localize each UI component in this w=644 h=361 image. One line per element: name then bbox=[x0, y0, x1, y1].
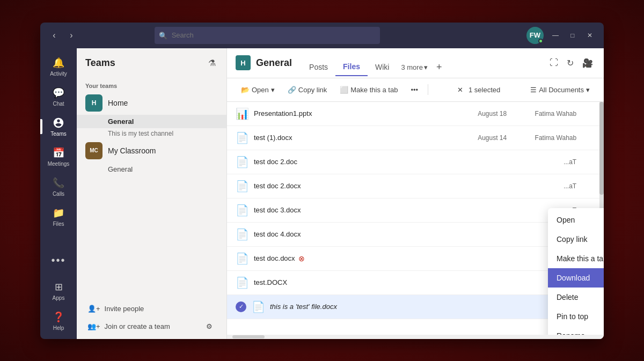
title-bar: ‹ › 🔍 FW — □ ✕ bbox=[40, 23, 604, 48]
channel-general-classroom[interactable]: General bbox=[77, 163, 226, 176]
minimize-button[interactable]: — bbox=[548, 28, 563, 43]
open-chevron-icon: ▾ bbox=[271, 86, 275, 94]
sidebar-item-more[interactable]: ••• bbox=[45, 247, 72, 275]
file-author: Fatima Wahab bbox=[512, 134, 576, 142]
chat-icon: 💬 bbox=[52, 86, 65, 99]
maximize-button[interactable]: □ bbox=[565, 28, 580, 43]
channel-header: H General Posts Files Wiki 3 more ▾ + ⛶ … bbox=[227, 48, 604, 78]
copy-link-button[interactable]: 🔗 Copy link bbox=[282, 83, 332, 97]
file-row-presentation[interactable]: 📊 Presentation1.pptx August 18 Fatima Wa… bbox=[227, 102, 604, 126]
ctx-make-tab[interactable]: Make this a tab bbox=[548, 249, 604, 268]
settings-icon: ⚙ bbox=[206, 322, 213, 330]
channel-general-home[interactable]: General bbox=[77, 115, 226, 128]
tab-more[interactable]: 3 more ▾ bbox=[397, 59, 431, 76]
title-bar-right: FW — □ ✕ bbox=[526, 27, 597, 44]
invite-people-button[interactable]: 👤+ Invite people bbox=[85, 300, 218, 317]
sidebar-item-meetings[interactable]: 📅 Meetings bbox=[45, 143, 72, 171]
file-row-testDOCX[interactable]: 📄 test.DOCX a Wahab ••• bbox=[227, 271, 604, 295]
channel-tabs: Posts Files Wiki 3 more ▾ + bbox=[302, 54, 446, 72]
file-row-testdoc4[interactable]: 📄 test doc 4.docx ...aT ••• bbox=[227, 223, 604, 247]
chevron-down-icon: ▾ bbox=[424, 63, 428, 71]
forward-button[interactable]: › bbox=[64, 28, 79, 43]
join-icon: 👥+ bbox=[87, 322, 100, 330]
avatar[interactable]: FW bbox=[526, 27, 544, 44]
sidebar-item-teams[interactable]: Teams bbox=[45, 113, 72, 141]
teams-header: Teams ⚗ bbox=[77, 48, 226, 78]
file-author: ...aT bbox=[512, 158, 576, 166]
clear-selection-button[interactable]: ✕ bbox=[455, 85, 465, 95]
file-row-testdoc2docx[interactable]: 📄 test doc 2.docx ...aT ••• bbox=[227, 174, 604, 198]
settings-button[interactable]: ⚙ bbox=[201, 318, 218, 335]
ctx-download[interactable]: Download bbox=[548, 268, 604, 288]
teams-filter-button[interactable]: ⚗ bbox=[206, 56, 218, 70]
ctx-delete[interactable]: Delete bbox=[548, 288, 604, 307]
calls-icon: 📞 bbox=[52, 176, 65, 189]
h-scrollbar-thumb bbox=[232, 335, 265, 338]
ctx-rename[interactable]: Rename bbox=[548, 326, 604, 335]
refresh-button[interactable]: ↻ bbox=[565, 56, 576, 70]
horizontal-scrollbar[interactable] bbox=[227, 335, 604, 339]
sidebar-item-help[interactable]: ❓ Help bbox=[45, 307, 72, 335]
context-menu: Open › Copy link Make this a tab Downloa… bbox=[548, 208, 604, 335]
ctx-open[interactable]: Open › bbox=[548, 210, 604, 230]
teams-section-label: Your teams bbox=[77, 78, 226, 91]
file-author: Fatima Wahab bbox=[512, 110, 576, 117]
list-icon: ☰ bbox=[530, 86, 537, 94]
file-row-test1[interactable]: 📄 test (1).docx August 14 Fatima Wahab •… bbox=[227, 126, 604, 150]
invite-icon: 👤+ bbox=[87, 305, 100, 313]
tab-posts[interactable]: Posts bbox=[302, 58, 335, 76]
word-icon: 📄 bbox=[236, 252, 248, 265]
sidebar-item-files[interactable]: 📁 Files bbox=[45, 203, 72, 231]
search-bar: 🔍 bbox=[155, 27, 380, 44]
search-input[interactable] bbox=[155, 27, 380, 44]
main-content: H General Posts Files Wiki 3 more ▾ + ⛶ … bbox=[227, 48, 604, 339]
file-name: test doc 4.docx bbox=[254, 230, 453, 238]
sidebar-icons: 🔔 Activity 💬 Chat Teams 📅 Meetings 📞 Cal… bbox=[40, 48, 77, 339]
apps-icon: ⊞ bbox=[52, 281, 65, 293]
all-documents-button[interactable]: ☰ All Documents ▾ bbox=[525, 83, 595, 97]
teams-footer: 👤+ Invite people 👥+ Join or create a tea… bbox=[77, 296, 226, 339]
word-icon: 📄 bbox=[236, 228, 248, 241]
open-button[interactable]: 📂 Open ▾ bbox=[236, 83, 280, 97]
file-date: August 18 bbox=[458, 110, 507, 117]
close-button[interactable]: ✕ bbox=[582, 28, 597, 43]
sidebar-item-calls[interactable]: 📞 Calls bbox=[45, 173, 72, 201]
file-row-testdoc3[interactable]: 📄 test doc 3.docx ...aT ••• bbox=[227, 198, 604, 223]
word-icon: 📄 bbox=[236, 131, 248, 144]
files-icon: 📁 bbox=[52, 207, 65, 219]
join-create-button[interactable]: 👥+ Join or create a team bbox=[85, 318, 201, 335]
open-icon: 📂 bbox=[241, 86, 250, 94]
file-row-test-file[interactable]: ✓ 📄 this is a 'test' file.docx a Wahab •… bbox=[227, 295, 604, 319]
toolbar-more-button[interactable]: ••• bbox=[405, 83, 423, 97]
files-toolbar: 📂 Open ▾ 🔗 Copy link ⬜ Make this a tab •… bbox=[227, 78, 604, 102]
search-icon: 🔍 bbox=[159, 31, 167, 39]
tab-files[interactable]: Files bbox=[335, 58, 368, 76]
sidebar-item-activity[interactable]: 🔔 Activity bbox=[45, 53, 72, 80]
sidebar-item-chat[interactable]: 💬 Chat bbox=[45, 83, 72, 110]
teams-panel: Teams ⚗ Your teams H Home ••• General Th… bbox=[77, 48, 227, 339]
expand-button[interactable]: ⛶ bbox=[547, 56, 560, 70]
team-item-home[interactable]: H Home ••• bbox=[77, 91, 226, 115]
tab-wiki[interactable]: Wiki bbox=[368, 58, 397, 76]
ctx-pin-top[interactable]: Pin to top bbox=[548, 307, 604, 326]
make-tab-button[interactable]: ⬜ Make this a tab bbox=[334, 83, 403, 97]
word-icon: 📄 bbox=[236, 204, 248, 217]
file-name: test (1).docx bbox=[254, 134, 453, 142]
scrollbar-thumb bbox=[599, 102, 604, 195]
file-name: this is a 'test' file.docx bbox=[270, 303, 453, 311]
sidebar-item-apps[interactable]: ⊞ Apps bbox=[45, 277, 72, 305]
teams-icon bbox=[52, 116, 65, 129]
team-name-classroom: My Classroom bbox=[108, 146, 198, 155]
file-name: Presentation1.pptx bbox=[254, 109, 453, 117]
nav-buttons: ‹ › bbox=[47, 28, 79, 43]
team-name-home: Home bbox=[108, 99, 198, 107]
back-button[interactable]: ‹ bbox=[47, 28, 62, 43]
file-row-testdoc2doc[interactable]: 📄 test doc 2.doc ...aT ••• bbox=[227, 150, 604, 174]
video-button[interactable]: 🎥 bbox=[580, 56, 595, 70]
ctx-copy-link[interactable]: Copy link bbox=[548, 230, 604, 249]
file-row-testdocdocx[interactable]: 📄 test doc.docx ⊗ a Wahab ••• bbox=[227, 247, 604, 271]
add-tab-button[interactable]: + bbox=[432, 60, 447, 75]
team-item-classroom[interactable]: MC My Classroom ••• bbox=[77, 139, 226, 163]
channel-name: General bbox=[256, 57, 292, 69]
file-name: test doc 2.doc bbox=[254, 158, 453, 166]
